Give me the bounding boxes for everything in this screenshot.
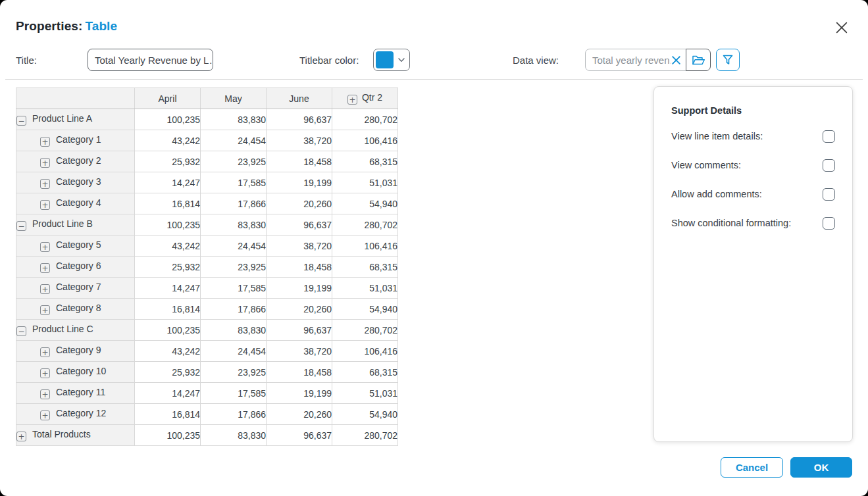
value-cell: 68,315: [332, 362, 398, 383]
filter-button[interactable]: [716, 49, 740, 71]
value-cell: 17,585: [201, 278, 267, 299]
value-cell: 100,235: [135, 214, 201, 236]
support-item-show-conditional-formatting: Show conditional formatting:: [671, 216, 835, 230]
support-item-label: View line item details:: [671, 131, 763, 141]
collapse-icon[interactable]: −: [16, 326, 26, 336]
row-label-cell: −Product Line B: [16, 214, 135, 236]
titlebar-color-dropdown[interactable]: [373, 49, 410, 71]
value-cell: 51,031: [332, 172, 398, 193]
folder-icon: [692, 55, 705, 66]
table-row: +Category 625,93223,92518,45868,315: [16, 257, 398, 278]
row-label-cell: +Category 10: [16, 362, 135, 383]
table-row: −Product Line C100,23583,83096,637280,70…: [16, 320, 398, 341]
row-label: Category 12: [56, 408, 106, 418]
expand-icon[interactable]: +: [40, 305, 50, 315]
value-cell: 54,940: [332, 193, 398, 214]
value-cell: 38,720: [267, 236, 332, 257]
table-header-row: April May June +Qtr 2: [16, 88, 398, 109]
table-row: +Category 314,24717,58519,19951,031: [16, 172, 398, 193]
close-icon: [836, 22, 848, 34]
value-cell: 14,247: [135, 278, 201, 299]
show-conditional-formatting-checkbox[interactable]: [823, 217, 835, 230]
value-cell: 14,247: [135, 383, 201, 404]
row-label-cell: +Total Products: [16, 425, 135, 446]
value-cell: 38,720: [267, 341, 332, 362]
value-cell: 24,454: [201, 236, 267, 257]
value-cell: 54,940: [332, 404, 398, 425]
value-cell: 83,830: [201, 214, 267, 236]
view-comments-checkbox[interactable]: [823, 159, 835, 172]
value-cell: 25,932: [135, 362, 201, 383]
support-item-label: View comments:: [671, 160, 741, 170]
expand-icon[interactable]: +: [40, 200, 50, 210]
ok-button[interactable]: OK: [790, 457, 852, 478]
collapse-icon[interactable]: −: [16, 116, 26, 126]
collapse-icon[interactable]: −: [16, 221, 26, 231]
chevron-down-icon: [394, 55, 406, 64]
expand-icon[interactable]: +: [40, 368, 50, 378]
value-cell: 20,260: [267, 404, 332, 425]
expand-icon[interactable]: +: [347, 95, 357, 105]
row-label: Category 8: [56, 303, 101, 313]
column-header-label: Qtr 2: [362, 92, 382, 103]
value-cell: 14,247: [135, 172, 201, 193]
value-cell: 17,866: [201, 404, 267, 425]
title-input[interactable]: Total Yearly Revenue by L…: [88, 49, 213, 71]
value-cell: 16,814: [135, 299, 201, 320]
support-item-label: Show conditional formatting:: [671, 218, 791, 228]
expand-icon[interactable]: +: [40, 179, 50, 189]
expand-icon[interactable]: +: [16, 432, 26, 441]
value-cell: 106,416: [332, 236, 398, 257]
expand-icon[interactable]: +: [40, 242, 50, 252]
value-cell: 38,720: [267, 130, 332, 151]
value-cell: 16,814: [135, 404, 201, 425]
value-cell: 17,866: [201, 299, 267, 320]
support-item-label: Allow add comments:: [671, 189, 762, 199]
page-title: Properties:Table: [16, 19, 117, 34]
value-cell: 43,242: [135, 130, 201, 151]
row-label-cell: +Category 7: [16, 278, 135, 299]
row-label: Category 5: [56, 239, 101, 250]
value-cell: 17,866: [201, 193, 267, 214]
value-cell: 100,235: [135, 320, 201, 341]
cancel-button[interactable]: Cancel: [721, 457, 783, 478]
value-cell: 23,925: [201, 151, 267, 172]
expand-icon[interactable]: +: [40, 263, 50, 273]
data-view-label: Data view:: [513, 55, 559, 66]
value-cell: 51,031: [332, 383, 398, 404]
row-label-cell: +Category 4: [16, 193, 135, 214]
expand-icon[interactable]: +: [40, 389, 50, 399]
page-title-object: Table: [85, 19, 117, 33]
row-label-cell: +Category 9: [16, 341, 135, 362]
data-view-value: Total yearly reven…: [592, 55, 671, 66]
expand-icon[interactable]: +: [40, 347, 50, 357]
row-label: Category 3: [56, 176, 101, 187]
value-cell: 83,830: [201, 425, 267, 446]
value-cell: 280,702: [332, 109, 398, 130]
clear-icon[interactable]: [671, 55, 681, 65]
row-label: Category 9: [56, 345, 101, 355]
value-cell: 96,637: [267, 214, 332, 236]
data-preview-table: April May June +Qtr 2 −Product Line A100…: [16, 87, 398, 446]
filter-icon: [722, 54, 734, 66]
value-cell: 96,637: [267, 425, 332, 446]
expand-icon[interactable]: +: [40, 284, 50, 294]
value-cell: 96,637: [267, 109, 332, 130]
close-button[interactable]: [834, 20, 850, 36]
value-cell: 17,585: [201, 383, 267, 404]
table-row: +Category 1114,24717,58519,19951,031: [16, 383, 398, 404]
value-cell: 100,235: [135, 109, 201, 130]
row-label-cell: −Product Line C: [16, 320, 135, 341]
allow-add-comments-checkbox[interactable]: [823, 188, 835, 201]
value-cell: 100,235: [135, 425, 201, 446]
expand-icon[interactable]: +: [40, 410, 50, 420]
view-line-item-details-checkbox[interactable]: [823, 130, 835, 143]
expand-icon[interactable]: +: [40, 137, 50, 147]
value-cell: 68,315: [332, 151, 398, 172]
row-label: Category 1: [56, 134, 101, 145]
data-view-input[interactable]: Total yearly reven…: [585, 49, 686, 71]
row-label-cell: +Category 5: [16, 236, 135, 257]
expand-icon[interactable]: +: [40, 158, 50, 168]
browse-data-view-button[interactable]: [686, 49, 711, 71]
table-row: +Category 543,24224,45438,720106,416: [16, 236, 398, 257]
